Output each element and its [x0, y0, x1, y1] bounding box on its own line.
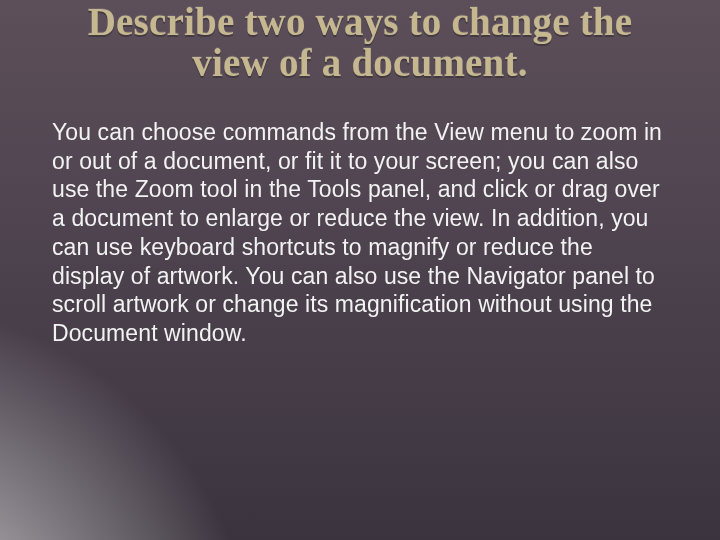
slide: Describe two ways to change the view of … — [0, 0, 720, 540]
slide-title: Describe two ways to change the view of … — [52, 0, 668, 84]
slide-body-text: You can choose commands from the View me… — [52, 118, 662, 348]
